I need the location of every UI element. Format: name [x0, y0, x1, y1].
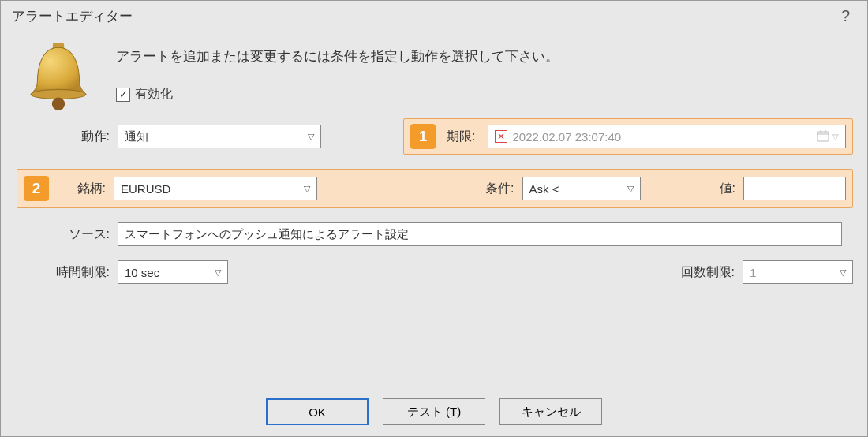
badge-1: 1	[410, 124, 436, 149]
chevron-down-icon: ▽	[832, 133, 839, 141]
condition-value: Ask <	[529, 182, 559, 196]
time-limit-combo[interactable]: 10 sec ▽	[118, 260, 228, 284]
value-label: 値:	[720, 181, 743, 197]
header-text: アラートを追加または変更するには条件を指定し動作を選択して下さい。 ✓ 有効化	[116, 38, 853, 109]
chevron-down-icon: ▽	[308, 132, 314, 142]
row-action-expiration: 動作: 通知 ▽ 1 期限: ✕ 2022.02.07 23:07:40	[15, 118, 853, 155]
ok-button[interactable]: OK	[266, 398, 369, 425]
enable-checkbox[interactable]: ✓	[116, 88, 130, 102]
count-limit-value: 1	[750, 266, 756, 279]
time-limit-label: 時間制限:	[15, 264, 118, 281]
expiration-label: 期限:	[447, 129, 475, 145]
row-symbol-condition: 2 銘柄: EURUSD ▽ 条件: Ask < ▽ 値:	[13, 169, 853, 208]
count-limit-label: 回数制限:	[681, 264, 743, 281]
condition-label: 条件:	[485, 181, 522, 197]
count-limit-combo[interactable]: 1 ▽	[743, 260, 853, 284]
cancel-button[interactable]: キャンセル	[499, 398, 602, 425]
chevron-down-icon: ▽	[840, 267, 846, 278]
calendar-icon[interactable]	[817, 129, 829, 144]
expiration-highlight: 1 期限: ✕ 2022.02.07 23:07:40 ▽	[403, 118, 853, 155]
titlebar: アラートエディター ?	[1, 1, 867, 33]
svg-rect-3	[817, 132, 829, 141]
action-combo[interactable]: 通知 ▽	[118, 125, 321, 148]
row-limits: 時間制限: 10 sec ▽ 回数制限: 1 ▽	[15, 260, 853, 284]
action-label: 動作:	[15, 129, 118, 145]
button-bar: OK テスト (T) キャンセル	[1, 387, 867, 436]
header-row: アラートを追加または変更するには条件を指定し動作を選択して下さい。 ✓ 有効化	[15, 38, 853, 112]
alert-editor-window: アラートエディター ?	[0, 0, 868, 437]
enable-label: 有効化	[135, 86, 173, 103]
condition-combo[interactable]: Ask < ▽	[522, 177, 641, 200]
chevron-down-icon: ▽	[304, 184, 310, 194]
enable-checkbox-row[interactable]: ✓ 有効化	[116, 86, 853, 103]
instruction-text: アラートを追加または変更するには条件を指定し動作を選択して下さい。	[116, 47, 853, 65]
value-input[interactable]	[743, 177, 846, 200]
window-title: アラートエディター	[12, 7, 133, 25]
time-limit-value: 10 sec	[125, 266, 159, 279]
test-button[interactable]: テスト (T)	[383, 398, 485, 425]
source-label: ソース:	[15, 226, 118, 243]
source-field[interactable]: スマートフォンへのプッシュ通知によるアラート設定	[118, 222, 842, 246]
symbol-combo[interactable]: EURUSD ▽	[114, 177, 317, 200]
clear-x-icon[interactable]: ✕	[495, 130, 507, 143]
row-source: ソース: スマートフォンへのプッシュ通知によるアラート設定	[15, 222, 853, 246]
expiration-value: 2022.02.07 23:07:40	[512, 130, 621, 144]
symbol-value: EURUSD	[121, 182, 170, 196]
svg-point-2	[52, 98, 65, 110]
bell-icon	[15, 38, 94, 112]
action-value: 通知	[125, 129, 148, 144]
source-value: スマートフォンへのプッシュ通知によるアラート設定	[125, 227, 409, 242]
content-area: アラートを追加または変更するには条件を指定し動作を選択して下さい。 ✓ 有効化 …	[1, 33, 867, 387]
help-button[interactable]: ?	[836, 7, 855, 25]
chevron-down-icon: ▽	[215, 267, 221, 278]
expiration-field[interactable]: ✕ 2022.02.07 23:07:40 ▽	[488, 125, 846, 148]
symbol-label: 銘柄:	[57, 181, 114, 197]
form-area: 動作: 通知 ▽ 1 期限: ✕ 2022.02.07 23:07:40	[15, 118, 853, 284]
badge-2: 2	[24, 176, 49, 201]
chevron-down-icon: ▽	[627, 184, 634, 194]
